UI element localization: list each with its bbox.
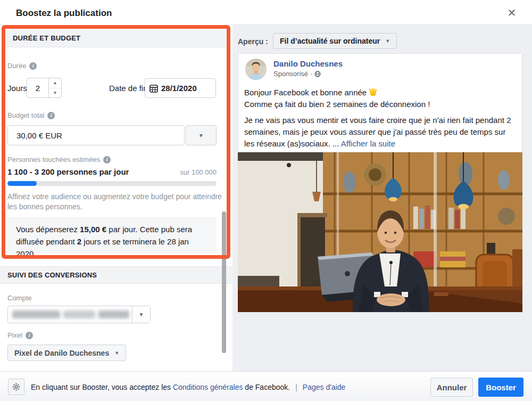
spend-summary: Vous dépenserez 15,00 € par jour. Cette …	[7, 217, 217, 253]
cancel-button[interactable]: Annuler	[430, 378, 473, 397]
info-icon[interactable]: i	[47, 112, 55, 119]
account-label: Compte	[7, 294, 32, 302]
days-label: Jours	[7, 84, 27, 93]
duration-label: Durée i	[7, 62, 37, 70]
days-stepper[interactable]: 2 ▲ ▼	[27, 78, 62, 98]
avatar[interactable]	[245, 59, 267, 80]
stepper-down-icon[interactable]: ▼	[49, 88, 61, 98]
info-icon[interactable]: i	[29, 62, 37, 70]
post-meta: Sponsorisé ·	[273, 70, 321, 78]
info-icon[interactable]: i	[26, 332, 33, 339]
section-duration-budget-title: DURÉE ET BUDGET	[5, 29, 227, 47]
end-date-value: 28/1/2020	[161, 84, 197, 93]
see-more-link[interactable]: Afficher la suite	[341, 139, 395, 148]
preview-label: Aperçu :	[238, 37, 268, 46]
end-date-input[interactable]: 28/1/2020	[145, 78, 216, 98]
reach-estimate: 1 100 - 3 200 personnes par jour	[7, 167, 129, 176]
post-author-link[interactable]: Danilo Duchesnes	[273, 59, 343, 68]
separator: |	[295, 383, 297, 391]
budget-dropdown-button[interactable]: ▼	[186, 125, 217, 145]
globe-icon	[314, 71, 321, 77]
boost-button[interactable]: Booster	[478, 378, 523, 397]
budget-input[interactable]: 30,00 € EUR	[7, 125, 185, 145]
estimated-reach-label: Personnes touchées estimées i	[7, 156, 111, 163]
stepper-up-icon[interactable]: ▲	[49, 78, 61, 88]
days-value: 2	[27, 84, 48, 93]
pixel-dropdown[interactable]: Pixel de Danilo Duchesnes ▼	[7, 345, 126, 361]
end-date-label: Date de fin	[109, 84, 148, 93]
stepper-arrows: ▲ ▼	[48, 78, 61, 97]
preview-mode-dropdown[interactable]: Fil d’actualité sur ordinateur ▼	[273, 33, 397, 49]
account-dropdown[interactable]: ▼	[7, 306, 151, 323]
chevron-down-icon: ▼	[385, 38, 390, 44]
boost-post-dialog: Boostez la publication ✕ DURÉE ET BUDGET…	[0, 0, 532, 401]
calendar-icon	[149, 84, 158, 93]
gear-icon	[12, 383, 20, 391]
post-photo[interactable]	[238, 152, 522, 312]
section-conversion-tracking-title: SUIVI DES CONVERSIONS	[0, 266, 232, 284]
post-text: Bonjour Facebook et bonne année Comme ça…	[244, 87, 517, 150]
close-icon[interactable]: ✕	[504, 5, 519, 20]
pixel-label: Pixel i	[7, 331, 33, 339]
reach-progress-track	[7, 181, 217, 186]
chevron-down-icon: ▼	[198, 133, 204, 138]
account-value-redacted	[8, 306, 132, 323]
terms-text: En cliquant sur Booster, vous acceptez l…	[31, 383, 345, 391]
budget-label: Budget total i	[7, 111, 55, 119]
info-icon[interactable]: i	[103, 156, 111, 163]
chevron-down-icon: ▼	[132, 306, 150, 323]
left-panel-scrollbar[interactable]	[222, 211, 226, 353]
dialog-title: Boostez la publication	[16, 8, 112, 19]
waving-hand-emoji	[369, 88, 378, 97]
reach-estimate-row: 1 100 - 3 200 personnes par jour sur 100…	[7, 167, 217, 176]
terms-link[interactable]: Conditions générales	[173, 383, 243, 391]
reach-total: sur 100 000	[180, 168, 217, 176]
budget-value: 30,00 € EUR	[16, 131, 62, 140]
audience-hint: Affinez votre audience ou augmentez votr…	[7, 192, 225, 212]
settings-button[interactable]	[8, 379, 24, 395]
chevron-down-icon: ▼	[114, 350, 119, 356]
reach-progress-fill	[7, 181, 37, 186]
help-pages-link[interactable]: Pages d'aide	[303, 383, 346, 391]
